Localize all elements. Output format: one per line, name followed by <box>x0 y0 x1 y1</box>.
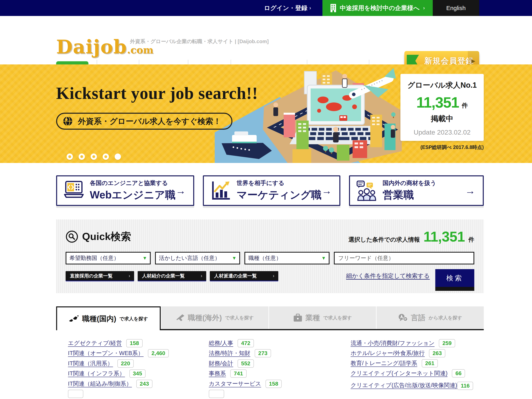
count-badge: 158 <box>266 380 282 388</box>
tab-overseas-job-type[interactable]: 職種(海外)で求人を探す <box>161 306 268 329</box>
count-badge: 741 <box>230 369 247 378</box>
select-country[interactable]: 希望勤務国（任意） ▼ <box>66 252 151 264</box>
category-link[interactable]: IT関連（オープン・WEB系） <box>68 349 144 357</box>
tab-label-rest: で求人を探す <box>119 316 148 322</box>
select-country-label: 希望勤務国（任意） <box>70 254 119 262</box>
category-link[interactable]: ホテル/レジャー/外食系/旅行 <box>351 349 425 357</box>
count-badge: 243 <box>136 380 153 388</box>
tab-label-rest: で求人を探す <box>225 315 254 321</box>
carousel-dot-5[interactable] <box>115 154 121 160</box>
login-register-link[interactable]: ログイン・登録 › <box>264 4 311 12</box>
search-button[interactable]: 検索 <box>435 269 474 287</box>
hero-title: Kickstart your job search!! <box>56 83 258 103</box>
job-count-heading: グローバル求人No.1 <box>407 80 477 90</box>
count-badge: 116 <box>457 382 473 390</box>
site-header: Daijob.com 外資系・グローバル企業の転職・求人サイト | [Daijo… <box>0 16 532 64</box>
list-item: カスタマーサービス 158 <box>209 379 351 389</box>
category-link[interactable]: カスタマーサービス <box>209 380 261 388</box>
job-browse-tabs: 職種(国内)で求人を探す 職種(海外)で求人を探す 業種で求人を探す <box>56 306 484 330</box>
button-label: 人材派遣の企業一覧 <box>214 273 257 279</box>
advanced-search-link[interactable]: 細かく条件を指定して検索する <box>346 272 430 280</box>
chart-growth-icon <box>210 180 231 202</box>
card-marketing[interactable]: 世界を相手にする マーケティング職 → <box>203 175 340 206</box>
tab-domestic-job-type[interactable]: 職種(国内)で求人を探す <box>56 306 161 330</box>
list-item: エグゼクティブ/経営 158 <box>68 338 209 348</box>
list-item: IT関連（汎用系） 220 <box>68 358 209 369</box>
count-badge: 220 <box>117 359 134 368</box>
employer-button[interactable]: 中途採用を検討中の企業様へ › <box>323 0 433 16</box>
category-link[interactable]: 総務/人事 <box>209 339 233 347</box>
list-item: IT関連（組込み/制御系） 243 <box>68 379 209 389</box>
tab-industry[interactable]: 業種で求人を探す <box>269 306 376 329</box>
chevron-right-icon: › <box>273 273 274 279</box>
carousel-dot-4[interactable] <box>103 154 109 160</box>
play-arrow-icon: ▶ <box>471 58 475 64</box>
list-item: ホテル/レジャー/外食系/旅行 263 <box>351 348 484 358</box>
category-link[interactable]: IT関連（汎用系） <box>68 360 113 367</box>
category-link[interactable]: IT関連（インフラ系） <box>68 370 125 378</box>
card-title: 営業職 <box>383 188 436 202</box>
freeword-input[interactable] <box>334 252 474 264</box>
card-title: マーケティング職 <box>237 188 322 202</box>
count-badge: 66 <box>452 369 465 378</box>
category-link[interactable]: エグゼクティブ/経営 <box>68 339 122 347</box>
job-category-column-1: エグゼクティブ/経営 158 IT関連（オープン・WEB系） 2,460 IT関… <box>68 338 209 399</box>
tab-label-strong: 職種(海外) <box>188 313 222 323</box>
category-link[interactable]: 流通・小売/消費財/ファッション <box>351 339 435 347</box>
english-label: English <box>446 5 466 11</box>
count-badge: 261 <box>422 359 438 367</box>
airplane-icon <box>176 314 185 322</box>
briefcase-icon <box>293 314 302 322</box>
button-label: 直接採用の企業一覧 <box>70 273 113 279</box>
card-title: Webエンジニア職 <box>90 188 176 202</box>
tab-label-strong: 言語 <box>411 313 425 323</box>
list-item: 事務系 741 <box>209 369 351 379</box>
hero-search-cta[interactable]: 外資系・グローバル求人を今すぐ検索！ <box>56 113 232 130</box>
job-category-column-2: 総務/人事 472 法務/特許・知財 273 財務/会計 552 事務系 741… <box>209 338 351 399</box>
carousel-dot-1[interactable] <box>67 154 73 160</box>
category-link[interactable]: 法務/特許・知財 <box>209 349 250 357</box>
caret-down-icon: ▼ <box>321 255 326 261</box>
carousel-dot-2[interactable] <box>79 154 85 160</box>
category-link[interactable]: 事務系 <box>209 370 226 378</box>
category-link[interactable]: クリエイティブ(インターネット関連) <box>351 369 448 377</box>
card-texts: 世界を相手にする マーケティング職 <box>237 179 322 202</box>
count-badge: 273 <box>255 349 271 357</box>
job-category-column-3: 流通・小売/消費財/ファッション 259 ホテル/レジャー/外食系/旅行 263… <box>351 338 484 399</box>
english-language-button[interactable]: English <box>433 0 479 16</box>
list-item: 教育/トレーニング/語学系 261 <box>351 358 484 368</box>
count-badge: 158 <box>126 339 143 347</box>
category-link[interactable]: クリエイティブ(広告/出版/放送/映像関連) <box>351 382 457 389</box>
hero-illustration <box>215 64 404 163</box>
card-sales[interactable]: 国内外の商材を扱う 営業職 → <box>349 175 484 206</box>
tab-language[interactable]: 言語から求人を探す <box>377 306 484 329</box>
carousel-dot-3[interactable] <box>91 154 97 160</box>
card-web-engineer[interactable]: 各国のエンジニアと協業する Webエンジニア職 → <box>56 175 194 206</box>
search-icon <box>66 230 78 243</box>
badge-placeholder <box>209 390 224 398</box>
quick-search-actions: 直接採用の企業一覧 › 人材紹介の企業一覧 › 人材派遣の企業一覧 › 細かく条… <box>66 271 474 287</box>
job-count-update: Update 2023.02.02 <box>414 129 470 136</box>
category-link[interactable]: IT関連（組込み/制御系） <box>68 380 132 388</box>
card-texts: 各国のエンジニアと協業する Webエンジニア職 <box>90 179 176 202</box>
caret-down-icon: ▼ <box>232 255 237 261</box>
category-link[interactable]: 財務/会計 <box>209 360 233 367</box>
employer-button-label: 中途採用を検討中の企業様へ <box>340 4 419 12</box>
select-job-type[interactable]: 職種（任意） ▼ <box>244 252 329 264</box>
job-count-status: 掲載中 <box>431 114 453 124</box>
recruiter-companies-button[interactable]: 人材紹介の企業一覧 › <box>138 271 206 281</box>
people-discussion-icon <box>356 180 378 202</box>
select-language[interactable]: 活かしたい言語（任意） ▼ <box>155 252 240 264</box>
carousel-dots <box>67 154 121 160</box>
direct-hire-companies-button[interactable]: 直接採用の企業一覧 › <box>66 271 134 281</box>
list-item: 総務/人事 472 <box>209 338 351 348</box>
job-category-list: エグゼクティブ/経営 158 IT関連（オープン・WEB系） 2,460 IT関… <box>56 330 484 399</box>
staffing-companies-button[interactable]: 人材派遣の企業一覧 › <box>210 271 278 281</box>
chevron-right-icon: › <box>201 273 202 279</box>
card-subtitle: 世界を相手にする <box>237 179 322 187</box>
job-count-card: グローバル求人No.1 11,351 件 掲載中 Update 2023.02.… <box>400 74 484 141</box>
result-label: 選択した条件での求人情報 <box>348 236 420 244</box>
job-count-number: 11,351 <box>416 94 459 111</box>
button-label: 人材紹介の企業一覧 <box>142 273 185 279</box>
category-link[interactable]: 教育/トレーニング/語学系 <box>351 359 417 367</box>
